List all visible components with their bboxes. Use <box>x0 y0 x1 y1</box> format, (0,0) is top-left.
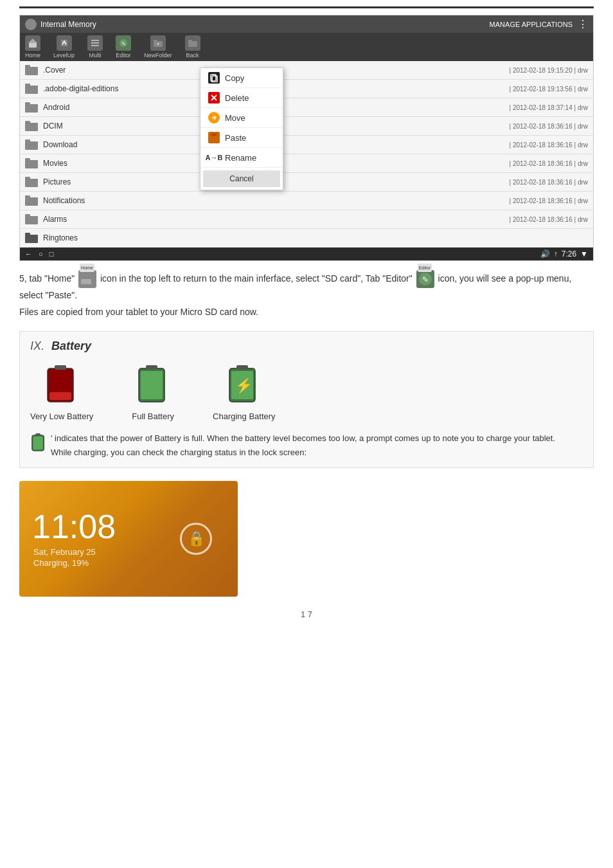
top-divider <box>19 6 594 8</box>
file-meta: | 2012-02-18 18:36:16 | drw <box>510 123 589 130</box>
manage-applications-label[interactable]: MANAGE APPLICATIONS <box>490 21 573 28</box>
charging-battery-icon: ⚡ <box>226 363 262 405</box>
file-row-pictures[interactable]: Pictures | 2012-02-18 18:36:16 | drw <box>20 173 593 192</box>
header-menu-icon[interactable]: ⋮ <box>578 18 588 30</box>
home-inline-icon: Home <box>78 270 96 288</box>
full-battery-inline-icon <box>30 433 48 452</box>
instruction-p2: Files are copied from your tablet to you… <box>19 305 594 319</box>
svg-rect-20 <box>25 121 30 123</box>
folder-icon <box>25 64 38 77</box>
file-row-android[interactable]: Android | 2012-02-18 18:37:14 | drw <box>20 98 593 117</box>
lockscreen-date: Sat, February 25 <box>19 547 116 557</box>
very-low-battery-label: Very Low Battery <box>30 411 93 421</box>
toolbar-multi[interactable]: Multi <box>87 35 103 59</box>
battery-icons-row: Very Low Battery Full Battery ⚡ Charging… <box>30 363 583 421</box>
instruction-section: 5, tab "Home" Home icon in the top left … <box>19 270 594 320</box>
file-meta: | 2012-02-18 18:36:16 | drw <box>510 197 589 204</box>
folder-icon <box>25 101 38 114</box>
statusbar-right: 🔊 ↑ 7:26 ▼ <box>540 249 588 258</box>
battery-item-very-low: Very Low Battery <box>30 363 93 421</box>
fm-header-left: Internal Memory <box>25 19 96 30</box>
svg-rect-32 <box>25 233 30 235</box>
svg-rect-47 <box>146 365 157 370</box>
context-move[interactable]: Move <box>200 108 283 128</box>
context-paste[interactable]: Paste <box>200 128 283 148</box>
rename-label: Rename <box>225 153 256 163</box>
nav-recent[interactable]: □ <box>49 250 54 258</box>
svg-rect-22 <box>25 140 30 142</box>
svg-rect-3 <box>91 40 99 41</box>
file-row-dcim[interactable]: DCIM | 2012-02-18 18:36:16 | drw <box>20 117 593 136</box>
multi-label: Multi <box>89 52 102 59</box>
section-roman: IX. <box>30 339 44 352</box>
home-icon <box>25 35 40 51</box>
toolbar-editor[interactable]: ✎ Editor <box>116 35 131 59</box>
file-row-adobe[interactable]: .adobe-digital-editions | 2012-02-18 19:… <box>20 80 593 98</box>
desc-text-2: While charging, you can check the chargi… <box>51 448 306 457</box>
lockscreen-lock-icon[interactable]: 🔒 <box>180 523 212 555</box>
nav-home[interactable]: ○ <box>39 250 43 258</box>
rename-icon: A→B <box>208 152 220 163</box>
toolbar-newfolder[interactable]: + NewFolder <box>144 35 172 59</box>
folder-icon <box>25 231 38 244</box>
paste-label: Paste <box>225 133 246 143</box>
file-row-notifications[interactable]: Notifications | 2012-02-18 18:36:16 | dr… <box>20 192 593 210</box>
delete-icon <box>208 92 220 104</box>
file-row-cover[interactable]: .Cover | 2012-02-18 19:15:20 | drw <box>20 61 593 80</box>
battery-title: IX. Battery <box>30 339 583 353</box>
svg-marker-1 <box>28 39 37 43</box>
fm-statusbar: ← ○ □ 🔊 ↑ 7:26 ▼ <box>20 248 593 260</box>
copy-label: Copy <box>225 73 244 83</box>
file-meta: | 2012-02-18 18:37:14 | drw <box>510 104 589 111</box>
folder-icon <box>25 82 38 95</box>
editor-label: Editor <box>116 52 131 59</box>
file-name: Notifications <box>43 196 510 205</box>
full-battery-icon <box>136 363 171 405</box>
levelup-label: LevelUp <box>53 52 75 59</box>
nav-back[interactable]: ← <box>25 250 32 258</box>
copy-icon <box>208 72 220 84</box>
file-row-movies[interactable]: Movies | 2012-02-18 18:36:16 | drw <box>20 154 593 173</box>
multi-icon <box>87 35 103 51</box>
toolbar-back[interactable]: Back <box>185 35 200 59</box>
toolbar-home[interactable]: Home <box>25 35 40 59</box>
battery-description: ' indicates that the power of Battery is… <box>30 431 583 460</box>
file-meta: | 2012-02-18 18:36:16 | drw <box>510 160 589 167</box>
context-copy[interactable]: Copy <box>200 68 283 88</box>
home-label-tag: Home <box>80 264 94 272</box>
cancel-label: Cancel <box>229 174 253 183</box>
svg-rect-4 <box>91 42 99 44</box>
file-row-download[interactable]: Download | 2012-02-18 18:36:16 | drw <box>20 136 593 154</box>
svg-rect-48 <box>141 371 163 399</box>
context-rename[interactable]: A→B Rename <box>200 148 283 168</box>
svg-rect-14 <box>25 65 30 68</box>
svg-rect-23 <box>25 160 38 168</box>
back-label: Back <box>186 52 199 59</box>
newfolder-icon: + <box>150 35 166 51</box>
svg-rect-18 <box>25 102 30 105</box>
paste-icon <box>208 132 220 143</box>
toolbar-levelup[interactable]: LevelUp <box>53 35 75 59</box>
folder-icon <box>25 176 38 188</box>
folder-icon <box>25 120 38 132</box>
svg-rect-11 <box>188 41 197 47</box>
svg-text:✎: ✎ <box>121 41 126 47</box>
svg-text:+: + <box>156 41 159 47</box>
svg-rect-31 <box>25 235 38 243</box>
fm-title: Internal Memory <box>40 20 96 29</box>
editor-inline-icon: Editor ✎ <box>416 270 434 288</box>
file-name: Ringtones <box>43 233 588 242</box>
context-delete[interactable]: Delete <box>200 88 283 108</box>
svg-rect-16 <box>25 84 30 86</box>
file-row-alarms[interactable]: Alarms | 2012-02-18 18:36:16 | drw <box>20 210 593 229</box>
svg-text:⚡: ⚡ <box>235 377 253 394</box>
lockscreen-left: 11:08 Sat, February 25 Charging, 19% <box>19 510 116 568</box>
levelup-icon <box>57 35 72 51</box>
context-cancel[interactable]: Cancel <box>203 170 280 187</box>
lockscreen-charge-status: Charging, 19% <box>19 558 116 568</box>
context-menu: Copy Delete Move Paste A→ <box>200 68 283 190</box>
file-meta: | 2012-02-18 19:15:20 | drw <box>510 67 589 74</box>
file-row-ringtones[interactable]: Ringtones <box>20 229 593 248</box>
speaker-icon: 🔊 <box>540 249 550 258</box>
svg-rect-12 <box>188 40 192 42</box>
